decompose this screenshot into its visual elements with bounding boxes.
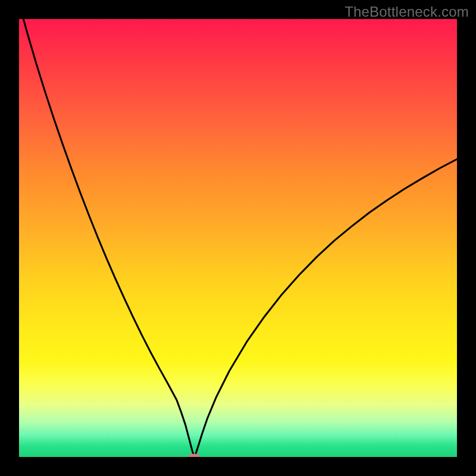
watermark-text: TheBottleneck.com (345, 4, 469, 20)
chart-svg (19, 19, 457, 457)
bottleneck-curve (19, 19, 457, 457)
chart-container: TheBottleneck.com (0, 0, 476, 476)
plot-area (19, 19, 457, 457)
bottom-marker (189, 454, 200, 457)
